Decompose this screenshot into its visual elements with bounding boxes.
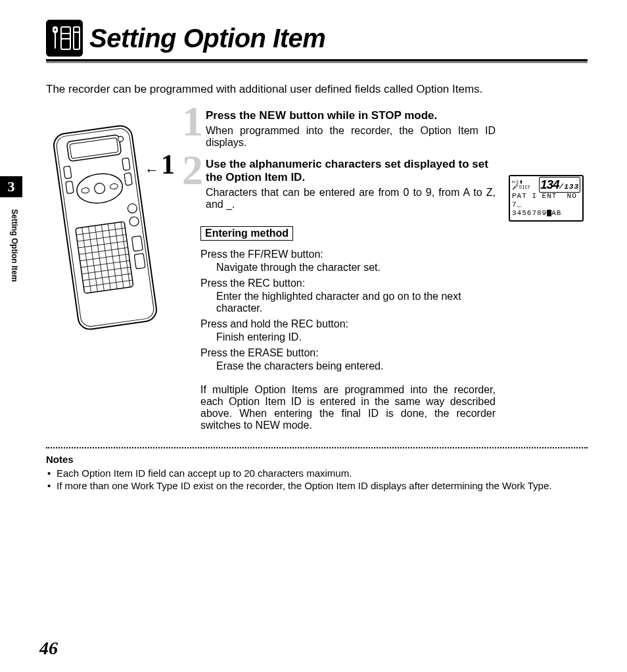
method-3-press: Press and hold the REC button: xyxy=(200,318,496,330)
callout-arrow: ← xyxy=(145,162,159,179)
notes-list: Each Option Item ID field can accept up … xyxy=(46,468,588,491)
svg-rect-8 xyxy=(74,33,79,49)
recorder-device-illustration xyxy=(46,109,164,346)
notes-heading: Notes xyxy=(46,454,588,465)
page-number: 46 xyxy=(39,638,58,659)
step-1-heading: Press the NEW button while in STOP mode. xyxy=(206,109,496,122)
lcd-line-1: PAT I ENT NO xyxy=(512,192,580,201)
svg-point-42 xyxy=(118,136,124,142)
final-paragraph: If multiple Option Items are programmed … xyxy=(200,384,496,431)
step-2: 2 Use the alphanumeric characters set di… xyxy=(200,158,496,210)
svg-point-1 xyxy=(55,29,57,31)
step-2-body: Characters that can be entered are from … xyxy=(206,187,496,210)
step-1-body: When programmed into the recorder, the O… xyxy=(206,125,496,149)
lcd-line3-post: AB xyxy=(551,209,561,217)
entering-method-label: Entering method xyxy=(200,226,293,241)
method-1-desc: Navigate through the character set. xyxy=(216,262,496,274)
step-number-2: 2 xyxy=(182,146,203,195)
note-item-2: If more than one Work Type ID exist on t… xyxy=(46,480,588,491)
step-2-heading: Use the alphanumeric characters set disp… xyxy=(206,158,496,184)
lcd-display: ▭▯▮🎤DICT 134/133 PAT I ENT NO 7_ 3456789… xyxy=(509,175,584,222)
note-item-1: Each Option Item ID field can accept up … xyxy=(46,468,588,479)
step-number-1: 1 xyxy=(182,97,203,146)
svg-rect-40 xyxy=(131,236,143,252)
svg-rect-5 xyxy=(62,39,70,49)
step-1-head-pre: Press the xyxy=(206,109,259,122)
device-illustration-column: ← 1 xyxy=(46,109,187,431)
step-1: 1 Press the NEW button while in STOP mod… xyxy=(200,109,496,149)
lcd-line-3: 3456789AB xyxy=(512,209,580,218)
svg-rect-14 xyxy=(66,181,74,193)
section-tab: 3 xyxy=(0,176,22,197)
method-2-press: Press the REC button: xyxy=(200,277,496,289)
method-2-desc: Enter the highlighted character and go o… xyxy=(216,291,496,314)
page-title: Setting Option Item xyxy=(89,24,325,53)
svg-rect-4 xyxy=(62,34,70,38)
method-4-press: Press the ERASE button: xyxy=(200,347,496,359)
lcd-line-2: 7_ xyxy=(512,201,580,209)
callout-number-1: 1 xyxy=(161,149,175,180)
title-row: Setting Option Item xyxy=(46,20,588,57)
entering-method-block: Press the FF/REW button: Navigate throug… xyxy=(200,249,496,372)
tools-icon xyxy=(46,20,83,57)
lcd-segment-sub: /133 xyxy=(559,183,579,191)
svg-rect-41 xyxy=(134,253,145,269)
new-button-label: NEW xyxy=(259,109,286,122)
dotted-separator xyxy=(46,447,588,448)
intro-text: The recorder can be programmed with addi… xyxy=(46,83,588,96)
vertical-section-label: Setting Option Item xyxy=(10,209,19,282)
svg-rect-7 xyxy=(74,28,79,32)
lcd-segment-main: 134 xyxy=(540,178,559,191)
svg-rect-3 xyxy=(62,28,70,33)
lcd-status-icons: ▭▯▮🎤DICT xyxy=(512,180,530,190)
method-1-press: Press the FF/REW button: xyxy=(200,249,496,260)
svg-rect-16 xyxy=(124,173,132,185)
svg-rect-13 xyxy=(64,166,72,179)
step-1-head-post: button while in STOP mode. xyxy=(286,109,437,122)
lcd-dict-label: DICT xyxy=(519,185,530,190)
svg-rect-15 xyxy=(122,158,130,170)
title-underline xyxy=(46,59,588,63)
method-4-desc: Erase the characters being entered. xyxy=(216,360,496,372)
method-3-desc: Finish entering ID. xyxy=(216,331,496,343)
lcd-line3-pre: 3456789 xyxy=(512,209,547,217)
